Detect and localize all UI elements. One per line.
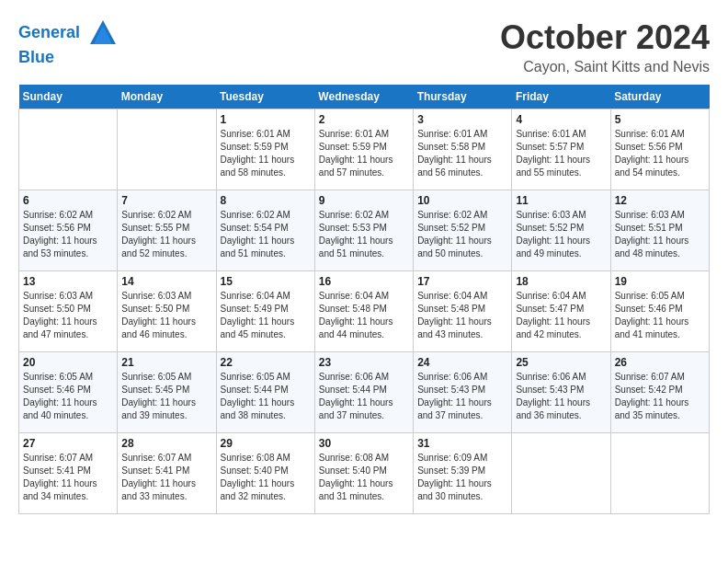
calendar-cell: 19Sunrise: 6:05 AMSunset: 5:46 PMDayligh… [610,271,709,352]
day-number: 7 [121,194,211,207]
day-info: Sunrise: 6:02 AMSunset: 5:52 PMDaylight:… [417,209,507,260]
calendar-cell: 31Sunrise: 6:09 AMSunset: 5:39 PMDayligh… [414,433,512,514]
day-number: 12 [615,194,705,207]
logo-icon [88,18,118,48]
day-number: 26 [615,356,705,369]
calendar-cell: 4Sunrise: 6:01 AMSunset: 5:57 PMDaylight… [512,109,610,190]
day-number: 19 [615,275,705,288]
location-title: Cayon, Saint Kitts and Nevis [500,59,710,75]
calendar-cell: 11Sunrise: 6:03 AMSunset: 5:52 PMDayligh… [512,190,610,271]
calendar-cell: 27Sunrise: 6:07 AMSunset: 5:41 PMDayligh… [19,433,118,514]
day-number: 20 [23,356,113,369]
weekday-header: Friday [512,85,610,109]
day-info: Sunrise: 6:01 AMSunset: 5:58 PMDaylight:… [417,128,507,179]
day-number: 27 [23,437,113,450]
calendar-cell [19,109,118,190]
calendar-cell: 26Sunrise: 6:07 AMSunset: 5:42 PMDayligh… [610,352,709,433]
day-number: 3 [417,113,507,126]
day-number: 17 [417,275,507,288]
day-info: Sunrise: 6:07 AMSunset: 5:42 PMDaylight:… [615,371,705,422]
day-number: 31 [417,437,507,450]
day-number: 25 [516,356,606,369]
calendar-cell: 6Sunrise: 6:02 AMSunset: 5:56 PMDaylight… [19,190,118,271]
day-info: Sunrise: 6:03 AMSunset: 5:50 PMDaylight:… [23,290,113,341]
calendar-cell: 12Sunrise: 6:03 AMSunset: 5:51 PMDayligh… [610,190,709,271]
calendar-week-row: 20Sunrise: 6:05 AMSunset: 5:46 PMDayligh… [19,352,710,433]
day-info: Sunrise: 6:04 AMSunset: 5:49 PMDaylight:… [221,290,311,341]
day-number: 15 [221,275,311,288]
day-number: 14 [121,275,211,288]
calendar-cell [512,433,610,514]
day-info: Sunrise: 6:05 AMSunset: 5:44 PMDaylight:… [221,371,311,422]
calendar-table: SundayMondayTuesdayWednesdayThursdayFrid… [18,85,710,514]
day-number: 16 [319,275,409,288]
calendar-week-row: 6Sunrise: 6:02 AMSunset: 5:56 PMDaylight… [19,190,710,271]
page-header: General Blue October 2024 Cayon, Saint K… [18,18,710,75]
day-info: Sunrise: 6:02 AMSunset: 5:54 PMDaylight:… [221,209,311,260]
day-number: 9 [319,194,409,207]
calendar-cell: 29Sunrise: 6:08 AMSunset: 5:40 PMDayligh… [216,433,314,514]
day-number: 2 [319,113,409,126]
day-info: Sunrise: 6:08 AMSunset: 5:40 PMDaylight:… [221,452,311,503]
calendar-cell: 22Sunrise: 6:05 AMSunset: 5:44 PMDayligh… [216,352,314,433]
day-info: Sunrise: 6:02 AMSunset: 5:55 PMDaylight:… [121,209,211,260]
calendar-cell [118,109,216,190]
weekday-header: Wednesday [314,85,413,109]
logo-blue-text: Blue [18,48,118,68]
day-number: 4 [516,113,606,126]
day-number: 8 [221,194,311,207]
day-info: Sunrise: 6:04 AMSunset: 5:48 PMDaylight:… [319,290,409,341]
day-info: Sunrise: 6:02 AMSunset: 5:53 PMDaylight:… [319,209,409,260]
title-block: October 2024 Cayon, Saint Kitts and Nevi… [500,18,710,75]
day-info: Sunrise: 6:01 AMSunset: 5:59 PMDaylight:… [221,128,311,179]
day-number: 13 [23,275,113,288]
calendar-cell: 25Sunrise: 6:06 AMSunset: 5:43 PMDayligh… [512,352,610,433]
calendar-cell: 8Sunrise: 6:02 AMSunset: 5:54 PMDaylight… [216,190,314,271]
weekday-header: Thursday [414,85,512,109]
weekday-header: Sunday [19,85,118,109]
day-info: Sunrise: 6:05 AMSunset: 5:45 PMDaylight:… [121,371,211,422]
calendar-cell: 10Sunrise: 6:02 AMSunset: 5:52 PMDayligh… [414,190,512,271]
calendar-cell: 21Sunrise: 6:05 AMSunset: 5:45 PMDayligh… [118,352,216,433]
calendar-cell: 17Sunrise: 6:04 AMSunset: 5:48 PMDayligh… [414,271,512,352]
day-number: 23 [319,356,409,369]
calendar-week-row: 13Sunrise: 6:03 AMSunset: 5:50 PMDayligh… [19,271,710,352]
day-info: Sunrise: 6:02 AMSunset: 5:56 PMDaylight:… [23,209,113,260]
day-number: 18 [516,275,606,288]
calendar-week-row: 1Sunrise: 6:01 AMSunset: 5:59 PMDaylight… [19,109,710,190]
calendar-cell: 2Sunrise: 6:01 AMSunset: 5:59 PMDaylight… [314,109,413,190]
calendar-cell: 14Sunrise: 6:03 AMSunset: 5:50 PMDayligh… [118,271,216,352]
month-title: October 2024 [500,18,710,57]
day-number: 6 [23,194,113,207]
day-info: Sunrise: 6:08 AMSunset: 5:40 PMDaylight:… [319,452,409,503]
calendar-cell: 18Sunrise: 6:04 AMSunset: 5:47 PMDayligh… [512,271,610,352]
day-number: 28 [121,437,211,450]
calendar-cell: 28Sunrise: 6:07 AMSunset: 5:41 PMDayligh… [118,433,216,514]
day-number: 21 [121,356,211,369]
logo: General Blue [18,18,118,68]
day-number: 30 [319,437,409,450]
calendar-cell: 3Sunrise: 6:01 AMSunset: 5:58 PMDaylight… [414,109,512,190]
weekday-header: Saturday [610,85,709,109]
calendar-cell: 1Sunrise: 6:01 AMSunset: 5:59 PMDaylight… [216,109,314,190]
day-info: Sunrise: 6:09 AMSunset: 5:39 PMDaylight:… [417,452,507,503]
day-info: Sunrise: 6:07 AMSunset: 5:41 PMDaylight:… [121,452,211,503]
calendar-cell [610,433,709,514]
day-info: Sunrise: 6:06 AMSunset: 5:43 PMDaylight:… [516,371,606,422]
calendar-cell: 23Sunrise: 6:06 AMSunset: 5:44 PMDayligh… [314,352,413,433]
day-info: Sunrise: 6:05 AMSunset: 5:46 PMDaylight:… [23,371,113,422]
logo-text: General [18,18,118,48]
calendar-cell: 16Sunrise: 6:04 AMSunset: 5:48 PMDayligh… [314,271,413,352]
day-info: Sunrise: 6:05 AMSunset: 5:46 PMDaylight:… [615,290,705,341]
day-info: Sunrise: 6:04 AMSunset: 5:48 PMDaylight:… [417,290,507,341]
day-number: 1 [221,113,311,126]
day-info: Sunrise: 6:03 AMSunset: 5:51 PMDaylight:… [615,209,705,260]
day-number: 5 [615,113,705,126]
calendar-cell: 5Sunrise: 6:01 AMSunset: 5:56 PMDaylight… [610,109,709,190]
calendar-cell: 13Sunrise: 6:03 AMSunset: 5:50 PMDayligh… [19,271,118,352]
day-number: 11 [516,194,606,207]
day-info: Sunrise: 6:04 AMSunset: 5:47 PMDaylight:… [516,290,606,341]
calendar-cell: 24Sunrise: 6:06 AMSunset: 5:43 PMDayligh… [414,352,512,433]
day-info: Sunrise: 6:01 AMSunset: 5:57 PMDaylight:… [516,128,606,179]
calendar-cell: 9Sunrise: 6:02 AMSunset: 5:53 PMDaylight… [314,190,413,271]
